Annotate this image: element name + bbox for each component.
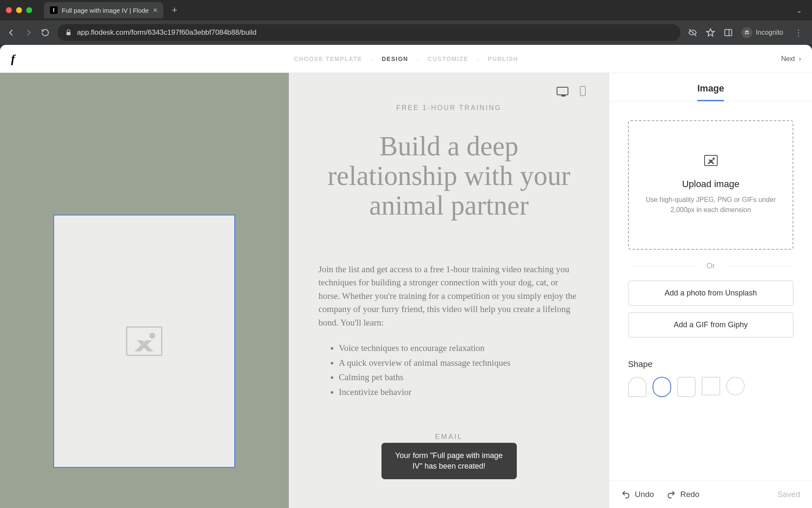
device-preview-toggle [556,86,590,97]
shape-options [628,377,793,397]
list-item: A quick overview of animal massage techn… [339,356,579,370]
app-logo[interactable]: f [11,52,15,66]
toast-message: Your form "Full page with image IV" has … [395,451,503,470]
or-divider: Or [628,262,793,271]
forward-icon[interactable] [24,28,33,37]
wizard-steps: CHOOSE TEMPLATE › DESIGN › CUSTOMIZE › P… [294,55,518,62]
upload-dropzone[interactable]: Upload image Use high-quality JPEG, PNG … [628,120,793,250]
tab-title: Full page with image IV | Flode [62,7,149,14]
tab-favicon-icon: f [50,6,58,14]
properties-panel: Image Upload image Use high-quality JPEG… [609,73,812,508]
image-slot-selected[interactable] [53,215,235,468]
chevron-right-icon: › [417,55,419,62]
eye-off-icon[interactable] [688,28,697,37]
list-item: Calming pet baths [339,370,579,384]
panel-tabs: Image [609,73,812,102]
svg-point-2 [745,33,746,34]
lock-icon [65,29,72,36]
incognito-label: Incognito [756,29,783,36]
star-icon[interactable] [706,28,715,37]
workspace: FREE 1-HOUR TRAINING Build a deep relati… [0,73,812,508]
window-close[interactable] [6,7,12,13]
window-maximize[interactable] [26,7,32,13]
eyebrow-text[interactable]: FREE 1-HOUR TRAINING [318,104,579,112]
shape-option-oval[interactable] [653,377,671,397]
desktop-icon[interactable] [556,86,569,97]
tab-image[interactable]: Image [697,83,724,101]
svg-rect-0 [725,30,732,36]
incognito-icon [741,27,752,38]
url-input[interactable]: app.flodesk.com/form/6343c197f60a3ebbf70… [58,24,680,41]
step-design[interactable]: DESIGN [381,55,408,62]
close-icon[interactable]: × [153,6,158,15]
svg-point-3 [747,33,749,34]
list-item: Voice techniques to encourage relaxation [339,341,579,355]
browser-chrome: f Full page with image IV | Flode × + ⌄ … [0,0,812,45]
image-icon [704,155,718,166]
shape-option-square[interactable] [702,377,720,395]
incognito-badge[interactable]: Incognito [741,27,783,38]
image-placeholder-oval [54,215,234,467]
shape-section-label: Shape [628,359,793,369]
tab-bar: f Full page with image IV | Flode × + ⌄ [0,0,812,20]
toast-notification: Your form "Full page with image IV" has … [381,443,517,479]
panel-icon[interactable] [724,28,733,37]
panel-body: Upload image Use high-quality JPEG, PNG … [609,102,812,480]
menu-icon[interactable]: ⋮ [792,28,805,38]
redo-button[interactable]: Redo [667,490,699,499]
list-item: Incentivize behavior [339,385,579,399]
mobile-icon[interactable] [576,86,590,97]
next-button[interactable]: Next › [781,55,801,63]
undo-button[interactable]: Undo [621,490,654,499]
step-choose-template[interactable]: CHOOSE TEMPLATE [294,55,362,62]
upload-title: Upload image [642,179,780,190]
app-header: f CHOOSE TEMPLATE › DESIGN › CUSTOMIZE ›… [0,45,812,73]
step-customize[interactable]: CUSTOMIZE [428,55,468,62]
shape-option-rounded[interactable] [677,377,696,397]
canvas-text-column: FREE 1-HOUR TRAINING Build a deep relati… [289,73,609,508]
browser-tab[interactable]: f Full page with image IV | Flode × [44,2,163,18]
history-bar: Undo Redo Saved [609,480,812,508]
image-placeholder-icon [126,326,162,356]
bullet-list[interactable]: Voice techniques to encourage relaxation… [318,341,579,399]
chevron-right-icon: › [370,55,373,62]
app-root: f CHOOSE TEMPLATE › DESIGN › CUSTOMIZE ›… [0,45,812,508]
step-publish[interactable]: PUBLISH [488,55,518,62]
new-tab-button[interactable]: + [167,5,181,16]
chevron-right-icon: › [477,55,479,62]
canvas-image-column [0,73,289,508]
shape-option-circle[interactable] [726,377,745,395]
address-bar: app.flodesk.com/form/6343c197f60a3ebbf70… [0,20,812,45]
tabs-overflow-icon[interactable]: ⌄ [792,6,806,14]
headline-text[interactable]: Build a deep relationship with your anim… [318,131,579,221]
shape-option-arch[interactable] [628,377,647,397]
upload-hint: Use high-quality JPEG, PNG or GIFs under… [642,195,780,215]
window-minimize[interactable] [16,7,22,13]
canvas: FREE 1-HOUR TRAINING Build a deep relati… [0,73,609,508]
window-controls [6,7,32,13]
back-icon[interactable] [7,28,16,37]
email-field-label[interactable]: EMAIL [318,433,579,441]
saved-status: Saved [777,490,800,499]
url-text: app.flodesk.com/form/6343c197f60a3ebbf70… [77,28,256,37]
reload-icon[interactable] [41,28,50,37]
redo-icon [667,490,676,499]
body-text[interactable]: Join the list and get access to a free 1… [318,263,579,330]
unsplash-button[interactable]: Add a photo from Unsplash [628,281,793,306]
giphy-button[interactable]: Add a GIF from Giphy [628,312,793,337]
undo-icon [621,490,631,499]
